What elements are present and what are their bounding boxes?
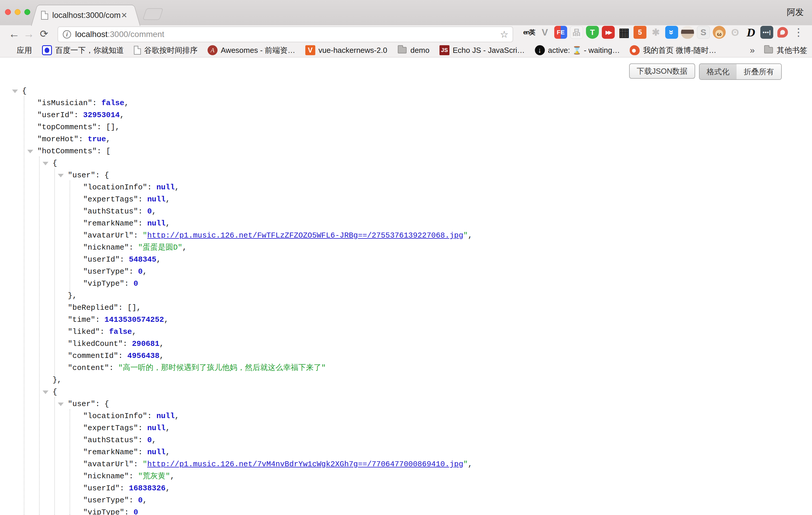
avatar-url-link[interactable]: http://p1.music.126.net/FwTFLzZFZOZO5WFL… xyxy=(147,231,463,240)
bookmark-item[interactable]: AAwesomes - 前端资… xyxy=(207,45,295,56)
bookmark-other-bookmarks[interactable]: 其他书签 xyxy=(763,45,807,56)
bookmark-label: active: ⌛ - waiting… xyxy=(548,46,620,55)
vue-icon: V xyxy=(305,45,315,55)
json-line: "remarkName": null, xyxy=(0,446,812,458)
paw-icon[interactable]: ✱ xyxy=(649,26,662,39)
bookmark-item[interactable]: 我的首页 微博-随时… xyxy=(630,45,716,56)
collapse-triangle-icon[interactable] xyxy=(27,150,33,153)
fe-icon[interactable]: FE xyxy=(554,26,567,39)
json-line: "authStatus": 0, xyxy=(0,205,812,218)
collapse-triangle-icon[interactable] xyxy=(12,90,18,93)
bookmark-item[interactable]: 谷歌按时间排序 xyxy=(134,45,198,56)
s-letter-icon[interactable]: S xyxy=(697,26,710,39)
json-line: "locationInfo": null, xyxy=(0,181,812,194)
json-line: "locationInfo": null, xyxy=(0,410,812,422)
apps-icon xyxy=(5,46,13,55)
bookmark-label: 谷歌按时间排序 xyxy=(144,45,198,56)
html5-player-icon[interactable]: 5 xyxy=(634,26,646,39)
json-line: "nickname": "荒灰黄", xyxy=(0,470,812,482)
json-line: "remarkName": null, xyxy=(0,218,812,230)
page-content: 下载JSON数据 格式化 折叠所有 {"isMusician": false,"… xyxy=(0,58,812,515)
json-line: "vipType": 0 xyxy=(0,278,812,290)
folder-icon xyxy=(397,45,407,55)
json-line: "vipType": 0 xyxy=(0,507,812,515)
switchy-omega-icon[interactable] xyxy=(776,26,789,39)
bookmark-item[interactable]: 百度一下，你就知道 xyxy=(42,45,124,56)
weibo-gray-icon[interactable]: ʘ xyxy=(729,26,742,39)
bookmark-item[interactable]: ↓active: ⌛ - waiting… xyxy=(535,45,620,55)
indent-guide xyxy=(54,169,55,376)
json-line: "user": { xyxy=(0,398,812,410)
json-line: "isMusician": false, xyxy=(0,97,812,109)
password-manager-icon[interactable]: •••| xyxy=(760,26,773,39)
folder-icon xyxy=(763,45,774,55)
json-line: "time": 1413530574252, xyxy=(0,314,812,326)
vue-devtools-icon[interactable]: V xyxy=(539,26,551,39)
monkey-icon[interactable]: ω xyxy=(713,26,726,39)
bookmark-item[interactable]: demo xyxy=(397,45,430,55)
baidu-icon xyxy=(42,45,52,55)
json-line: "userId": 16838326, xyxy=(0,482,812,494)
json-line: "commentId": 4956438, xyxy=(0,350,812,362)
reload-icon[interactable]: ⟳ xyxy=(37,25,51,44)
json-line: "likedCount": 290681, xyxy=(0,338,812,350)
json-tree: {"isMusician": false,"userId": 32953014,… xyxy=(0,85,812,515)
bookmark-item[interactable]: JSEcho JS - JavaScri… xyxy=(439,45,525,55)
sitemap-icon[interactable]: 品 xyxy=(570,26,583,39)
json-line: "userType": 0, xyxy=(0,494,812,507)
bookmark-item[interactable]: Vvue-hackernews-2.0 xyxy=(305,45,387,55)
indent-guide xyxy=(69,180,70,291)
address-bar[interactable]: i localhost :3000/comment ☆ xyxy=(58,26,513,42)
json-line: "expertTags": null, xyxy=(0,422,812,434)
window-close-button[interactable] xyxy=(5,9,11,15)
indent-guide xyxy=(39,156,40,515)
collapse-all-button[interactable]: 折叠所有 xyxy=(736,64,781,79)
json-line: "liked": false, xyxy=(0,326,812,338)
tab-close-icon[interactable]: ✕ xyxy=(121,11,127,20)
bookmark-label: Awesomes - 前端资… xyxy=(221,45,295,56)
page-info-icon[interactable]: i xyxy=(63,30,71,38)
bookmarks-overflow-icon[interactable]: » xyxy=(750,45,755,55)
json-line: "expertTags": null, xyxy=(0,194,812,205)
bookmark-label: 应用 xyxy=(17,45,32,56)
double-chevron-down-icon[interactable]: » xyxy=(665,26,678,39)
avatar-url-link[interactable]: http://p1.music.126.net/7vM4nvBdrYw1cWgk… xyxy=(147,460,463,468)
spy-mask-icon[interactable] xyxy=(681,26,694,39)
collapse-triangle-icon[interactable] xyxy=(58,174,64,177)
bookmark-item[interactable]: 应用 xyxy=(5,45,32,56)
window-minimize-button[interactable] xyxy=(15,9,21,15)
back-icon[interactable]: ← xyxy=(8,25,21,44)
bookmark-label: 百度一下，你就知道 xyxy=(55,45,124,56)
json-line: { xyxy=(0,386,812,398)
json-line: "user": { xyxy=(0,169,812,181)
profile-name[interactable]: 阿发 xyxy=(787,6,804,18)
window-zoom-button[interactable] xyxy=(24,9,30,15)
json-line: { xyxy=(0,158,812,169)
json-line: "moreHot": true, xyxy=(0,133,812,145)
collapse-triangle-icon[interactable] xyxy=(42,391,49,394)
view-mode-toggle: 格式化 折叠所有 xyxy=(699,63,782,80)
browser-menu-icon[interactable]: ⋮ xyxy=(792,26,805,39)
js-icon: JS xyxy=(439,45,450,55)
json-line: "avatarUrl": "http://p1.music.126.net/Fw… xyxy=(0,230,812,241)
bookmark-star-icon[interactable]: ☆ xyxy=(500,29,509,40)
forward-icon: → xyxy=(22,25,35,44)
collapse-triangle-icon[interactable] xyxy=(42,162,49,165)
awesomes-icon: A xyxy=(207,45,218,55)
bookmark-label: Echo JS - JavaScri… xyxy=(453,46,525,55)
tab-localhost[interactable]: localhost:3000/comment ✕ xyxy=(39,5,133,25)
translate-icon[interactable]: en英 xyxy=(523,26,535,39)
json-line: "beReplied": [], xyxy=(0,302,812,314)
format-button[interactable]: 格式化 xyxy=(700,64,736,79)
json-line: "nickname": "蛋蛋是圆D", xyxy=(0,241,812,254)
tab-title: localhost:3000/comment xyxy=(52,11,120,20)
extension-row: en英VFE品T▶▶▦5✱»SωʘD•••|⋮ xyxy=(523,26,805,39)
indent-guide xyxy=(24,96,24,515)
green-shield-t-icon[interactable]: T xyxy=(586,26,599,39)
fast-forward-icon[interactable]: ▶▶ xyxy=(602,26,615,39)
collapse-triangle-icon[interactable] xyxy=(58,403,64,406)
download-json-button[interactable]: 下载JSON数据 xyxy=(629,63,695,79)
qr-code-icon[interactable]: ▦ xyxy=(618,26,631,39)
d-letter-icon[interactable]: D xyxy=(745,26,757,39)
bookmark-label: vue-hackernews-2.0 xyxy=(319,46,387,55)
